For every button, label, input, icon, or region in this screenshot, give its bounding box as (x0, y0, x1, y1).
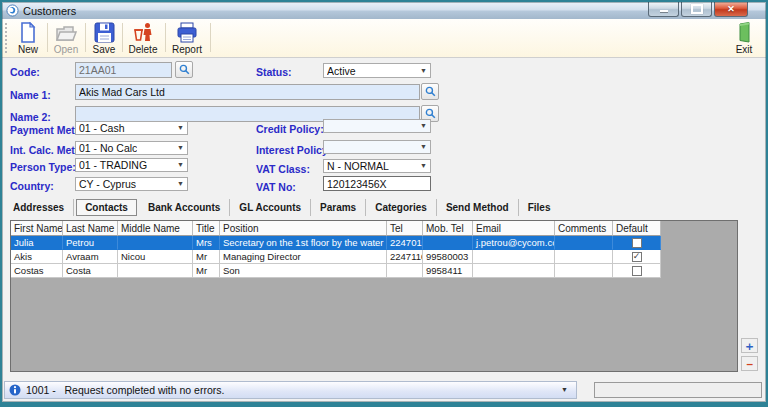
int-calc-method-value: 01 - No Calc (79, 142, 137, 154)
default-checkbox[interactable]: ✓ (632, 252, 642, 262)
tab-gl-accounts[interactable]: GL Accounts (230, 199, 311, 216)
save-button-label: Save (93, 44, 116, 55)
status-value: Active (327, 65, 356, 77)
table-row[interactable]: CostasCostaMrSon9958411 (11, 264, 737, 278)
default-checkbox[interactable] (632, 238, 642, 248)
remove-row-button[interactable]: － (741, 356, 758, 371)
status-dropdown[interactable]: Active ▼ (323, 63, 431, 78)
table-cell (473, 250, 555, 264)
maximize-icon (691, 4, 703, 14)
default-checkbox[interactable] (632, 266, 642, 276)
tab-label: Addresses (13, 202, 64, 213)
country-dropdown[interactable]: CY - Cyprus ▼ (75, 177, 188, 191)
payment-method-dropdown[interactable]: 01 - Cash ▼ (75, 121, 188, 135)
column-header[interactable]: Default (613, 221, 661, 236)
name1-search-button[interactable] (421, 83, 439, 100)
table-cell: Petrou (63, 236, 118, 250)
title-bar: Customers ✕ (2, 2, 766, 20)
column-header[interactable]: Tel (387, 221, 423, 236)
minimize-icon (660, 10, 668, 12)
toolbar-grip[interactable] (5, 23, 7, 53)
table-cell: ✓ (613, 250, 661, 264)
credit-policy-dropdown[interactable]: ▼ (323, 119, 431, 133)
new-button[interactable]: New (10, 20, 46, 56)
maximize-button[interactable] (681, 2, 712, 17)
tab-bank-accounts[interactable]: Bank Accounts (139, 199, 230, 216)
search-icon (179, 64, 190, 75)
tab-files[interactable]: Files (519, 199, 560, 216)
name1-label: Name 1: (10, 89, 51, 101)
tab-send-method[interactable]: Send Method (437, 199, 519, 216)
code-search-button[interactable] (175, 61, 193, 78)
close-button[interactable]: ✕ (714, 2, 748, 17)
status-message-combobox[interactable]: 1001 - Request completed with no errors.… (4, 381, 577, 399)
column-header[interactable]: Last Name (63, 221, 118, 236)
report-button-label: Report (172, 44, 202, 55)
tab-label: Contacts (85, 202, 128, 213)
close-icon: ✕ (727, 5, 735, 14)
open-folder-icon (55, 22, 77, 43)
person-type-dropdown[interactable]: 01 - TRADING ▼ (75, 158, 188, 172)
status-message: 1001 - Request completed with no errors. (26, 384, 224, 396)
int-calc-method-dropdown[interactable]: 01 - No Calc ▼ (75, 141, 188, 155)
window-controls: ✕ (646, 2, 748, 17)
column-header[interactable]: Comments (555, 221, 613, 236)
save-button[interactable]: Save (86, 20, 122, 56)
table-cell: Mrs (193, 236, 220, 250)
new-document-icon (18, 22, 38, 43)
vat-no-input[interactable] (323, 176, 431, 191)
table-cell: Julia (11, 236, 63, 250)
table-cell: 9958411 (423, 264, 473, 278)
column-header[interactable]: Email (473, 221, 555, 236)
tab-contacts[interactable]: Contacts (76, 199, 137, 216)
credit-policy-label: Credit Policy: (256, 123, 324, 135)
exit-button[interactable]: Exit (728, 20, 760, 56)
customers-window: Customers ✕ New Open (0, 0, 768, 407)
delete-button[interactable]: Delete (123, 20, 163, 56)
name1-input[interactable] (75, 84, 420, 100)
table-cell (387, 264, 423, 278)
country-label: Country: (10, 180, 54, 192)
report-button[interactable]: Report (166, 20, 208, 56)
add-row-button[interactable]: ＋ (741, 338, 758, 353)
tab-strip: Addresses Contacts Bank Accounts GL Acco… (4, 197, 758, 218)
minimize-button[interactable] (648, 2, 679, 17)
open-button: Open (48, 20, 84, 56)
grid-header-row: First NameLast NameMiddle NameTitlePosit… (11, 221, 737, 236)
vat-class-dropdown[interactable]: N - NORMAL ▼ (323, 159, 431, 173)
search-icon (425, 108, 436, 119)
tab-label: Bank Accounts (148, 202, 220, 213)
column-header[interactable]: Middle Name (118, 221, 193, 236)
tab-addresses[interactable]: Addresses (4, 199, 74, 216)
table-row[interactable]: JuliaPetrouMrsSecretary on the 1st floor… (11, 236, 737, 250)
table-row[interactable]: AkisAvraamNicouMrManaging Director224711… (11, 250, 737, 264)
tab-categories[interactable]: Categories (366, 199, 437, 216)
tab-params[interactable]: Params (311, 199, 366, 216)
column-header[interactable]: Mob. Tel (423, 221, 473, 236)
chevron-down-icon: ▼ (561, 386, 568, 393)
chevron-down-icon: ▼ (420, 122, 427, 129)
table-cell (423, 236, 473, 250)
interest-policy-dropdown[interactable]: ▼ (323, 140, 431, 154)
column-header[interactable]: First Name (11, 221, 63, 236)
vat-no-label: VAT No: (256, 181, 296, 193)
search-icon (425, 86, 436, 97)
grid-table: First NameLast NameMiddle NameTitlePosit… (11, 221, 737, 278)
new-button-label: New (18, 44, 38, 55)
window-title: Customers (23, 5, 76, 17)
chevron-down-icon: ▼ (420, 162, 427, 169)
chevron-down-icon: ▼ (420, 143, 427, 150)
column-header[interactable]: Position (220, 221, 387, 236)
tab-label: Categories (375, 202, 427, 213)
tab-label: Send Method (446, 202, 509, 213)
tab-label: Params (320, 202, 356, 213)
table-cell: Mr (193, 264, 220, 278)
plus-icon: ＋ (744, 340, 756, 352)
table-cell: j.petrou@cycom.com.cy (473, 236, 555, 250)
status-extra-field[interactable] (594, 382, 762, 398)
code-input[interactable] (75, 62, 172, 78)
table-cell (555, 250, 613, 264)
column-header[interactable]: Title (193, 221, 220, 236)
toolbar-separator (210, 23, 211, 52)
interest-policy-label: Interest Policy: (256, 144, 331, 156)
